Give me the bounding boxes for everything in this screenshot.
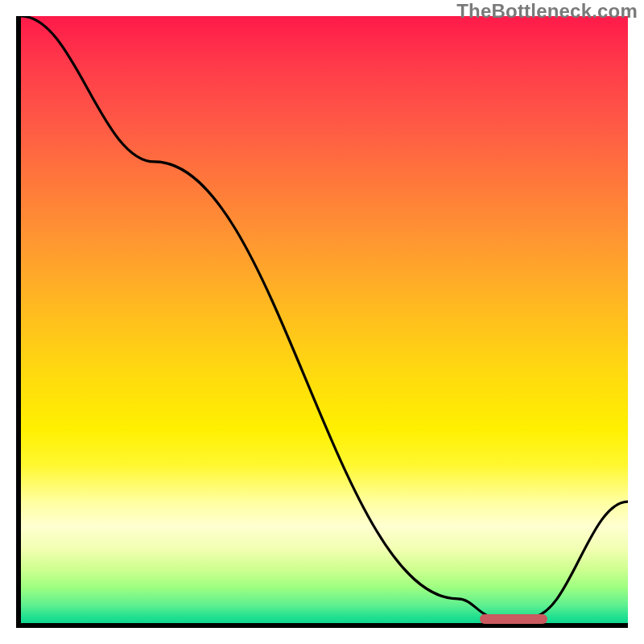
optimal-range-marker: [480, 614, 547, 624]
gradient-background: [21, 16, 628, 623]
chart-container: TheBottleneck.com: [0, 0, 644, 644]
watermark-text: TheBottleneck.com: [456, 0, 638, 23]
plot-area: [16, 16, 628, 628]
